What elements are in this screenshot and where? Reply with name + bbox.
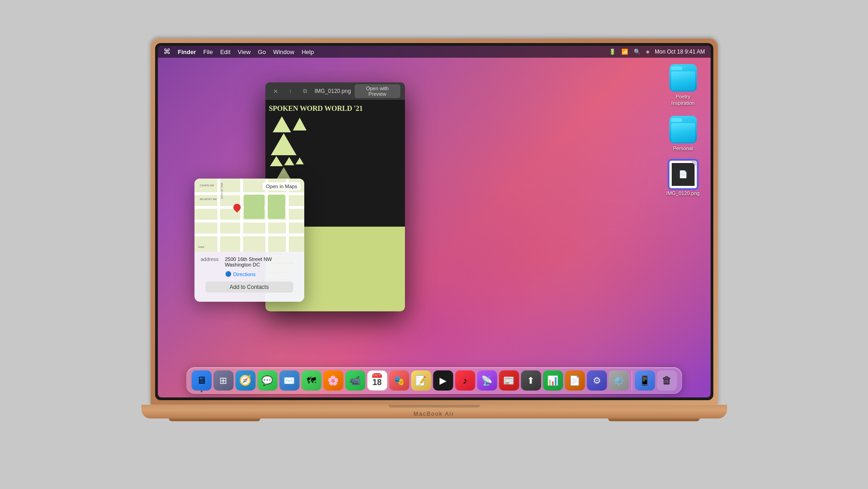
dock-icon-mail[interactable]: ✉️ bbox=[279, 370, 299, 391]
dock-icon-podcasts[interactable]: 📡 bbox=[477, 370, 497, 391]
desktop-icon-personal[interactable]: Personal bbox=[665, 116, 701, 152]
dock-icon-transporter[interactable]: ⬆ bbox=[521, 370, 541, 391]
desktop-icon-poetry-inspiration[interactable]: Poetry Inspiration bbox=[665, 64, 701, 107]
map-road-label: 16TH ST NW bbox=[221, 183, 223, 199]
dock-icon-facetime[interactable]: 📹 bbox=[345, 370, 365, 391]
menu-bar-right: 🔋 📶 🔍 ⎈ Mon Oct 18 9:41 AM bbox=[609, 49, 705, 55]
menu-bar-left: ⌘ Finder File Edit View Go Window Help bbox=[163, 48, 314, 55]
directions-icon: 🔵 bbox=[225, 271, 232, 277]
macbook-foot-right bbox=[608, 418, 700, 421]
preview-toolbar: ✕ ↑ ⧉ IMG_0120.png Open with Preview bbox=[265, 82, 405, 100]
maps-directions-link[interactable]: 🔵 Directions bbox=[225, 271, 298, 277]
dock-icon-maps[interactable]: 🗺 bbox=[301, 370, 321, 391]
map-park bbox=[244, 195, 264, 219]
dock-icon-pages[interactable]: 📄 bbox=[565, 370, 585, 391]
icon-label-personal: Personal bbox=[673, 145, 693, 152]
go-menu[interactable]: Go bbox=[258, 49, 266, 55]
preview-filename: IMG_0120.png bbox=[315, 88, 351, 94]
open-in-maps-button[interactable]: Open in Maps bbox=[263, 182, 300, 190]
dock-icon-news[interactable]: 📰 bbox=[499, 370, 519, 391]
map-pin-head bbox=[232, 202, 242, 213]
map-label-chapin: CHAPIN NW bbox=[200, 184, 214, 187]
apple-menu[interactable]: ⌘ bbox=[163, 48, 171, 55]
preview-copy-btn[interactable]: ⧉ bbox=[299, 87, 311, 96]
clock: Mon Oct 18 9:41 AM bbox=[655, 49, 705, 55]
edit-menu[interactable]: Edit bbox=[220, 49, 230, 55]
map-road bbox=[240, 179, 243, 252]
dock-active-dot bbox=[200, 391, 202, 392]
map-label-belmont: BELMONT NW bbox=[200, 198, 217, 201]
view-menu[interactable]: View bbox=[238, 49, 251, 55]
search-icon[interactable]: 🔍 bbox=[634, 49, 641, 55]
map-park bbox=[268, 195, 285, 219]
maps-map-area: 16TH ST NW CHAPIN NW BELMONT NW Legal Op… bbox=[194, 179, 304, 252]
file-icon-selected: 📄 bbox=[669, 161, 697, 188]
dock-separator bbox=[631, 370, 632, 391]
help-menu[interactable]: Help bbox=[302, 49, 314, 55]
preview-open-with-button[interactable]: Open with Preview bbox=[355, 84, 400, 98]
maps-address-row: address 2500 16th Street NW Washington D… bbox=[201, 256, 298, 267]
dock-icon-launchpad[interactable]: ⊞ bbox=[213, 370, 233, 391]
dock-container: 🖥 ⊞ 🧭 💬 bbox=[186, 367, 682, 394]
macbook-foot-left bbox=[169, 418, 260, 421]
dock-icon-simulator[interactable]: ⚙ bbox=[587, 370, 607, 391]
folder-icon-poetry bbox=[669, 64, 697, 92]
macbook-label: MacBook Air bbox=[414, 411, 454, 417]
desktop-icon-img0120[interactable]: 📄 IMG_0120.png bbox=[665, 161, 701, 196]
window-menu[interactable]: Window bbox=[273, 49, 294, 55]
dock-icon-appletv[interactable]: ▶ bbox=[433, 370, 453, 391]
dock-icon-notes[interactable]: 📝 bbox=[411, 370, 431, 391]
menu-bar: ⌘ Finder File Edit View Go Window Help 🔋… bbox=[158, 46, 711, 58]
folder-body bbox=[671, 71, 695, 91]
dock-icon-messages[interactable]: 💬 bbox=[257, 370, 277, 391]
preview-close-btn[interactable]: ✕ bbox=[270, 87, 282, 96]
map-legal: Legal bbox=[198, 245, 204, 248]
preview-toolbar-icons: ✕ ↑ ⧉ bbox=[270, 87, 311, 96]
dock-icon-finder[interactable]: 🖥 bbox=[191, 370, 211, 391]
dock-icon-trash[interactable]: 🗑 bbox=[657, 370, 677, 391]
icon-label-poetry: Poetry Inspiration bbox=[665, 93, 701, 107]
siri-icon[interactable]: ⎈ bbox=[646, 49, 649, 55]
folder-body-personal bbox=[671, 123, 695, 142]
dock-icon-music[interactable]: ♪ bbox=[455, 370, 475, 391]
file-icon-img: 📄 bbox=[669, 161, 697, 188]
maps-address-value: 2500 16th Street NW Washington DC bbox=[225, 256, 272, 267]
macbook-outer: ⌘ Finder File Edit View Go Window Help 🔋… bbox=[125, 38, 743, 451]
add-to-contacts-button[interactable]: Add to Contacts bbox=[205, 282, 293, 293]
maps-info: address 2500 16th Street NW Washington D… bbox=[194, 252, 304, 302]
dock-icon-systemprefs[interactable]: ⚙️ bbox=[609, 370, 629, 391]
screen-bezel: ⌘ Finder File Edit View Go Window Help 🔋… bbox=[155, 43, 713, 400]
poster-title: SPOKEN WORD WORLD '21 bbox=[269, 104, 401, 113]
maps-popup: 16TH ST NW CHAPIN NW BELMONT NW Legal Op… bbox=[194, 179, 304, 302]
desktop-icons: Poetry Inspiration Personal bbox=[665, 64, 701, 196]
dock-icon-siri[interactable]: 🎭 bbox=[389, 370, 409, 391]
maps-address-label: address bbox=[201, 256, 221, 267]
battery-icon: 🔋 bbox=[609, 49, 616, 55]
map-pin bbox=[233, 204, 241, 213]
folder-icon-personal bbox=[669, 116, 697, 143]
dock-icon-photos[interactable]: 🌸 bbox=[323, 370, 343, 391]
dock-icon-screentime[interactable]: 📱 bbox=[635, 370, 655, 391]
finder-menu[interactable]: Finder bbox=[178, 49, 196, 55]
dock-icon-calendar[interactable]: OCT 18 bbox=[367, 370, 387, 391]
corner-fold bbox=[691, 161, 696, 167]
dock-icon-numbers[interactable]: 📊 bbox=[543, 370, 563, 391]
preview-share-btn[interactable]: ↑ bbox=[285, 87, 297, 96]
macbook-lid: ⌘ Finder File Edit View Go Window Help 🔋… bbox=[151, 38, 718, 405]
dock-icon-safari[interactable]: 🧭 bbox=[235, 370, 255, 391]
wifi-icon: 📶 bbox=[621, 49, 628, 55]
dock: 🖥 ⊞ 🧭 💬 bbox=[186, 367, 682, 394]
file-menu[interactable]: File bbox=[203, 49, 213, 55]
macbook-base: MacBook Air bbox=[141, 405, 727, 418]
icon-label-img0120: IMG_0120.png bbox=[666, 190, 700, 196]
screen: ⌘ Finder File Edit View Go Window Help 🔋… bbox=[158, 46, 711, 397]
map-road bbox=[217, 179, 220, 252]
